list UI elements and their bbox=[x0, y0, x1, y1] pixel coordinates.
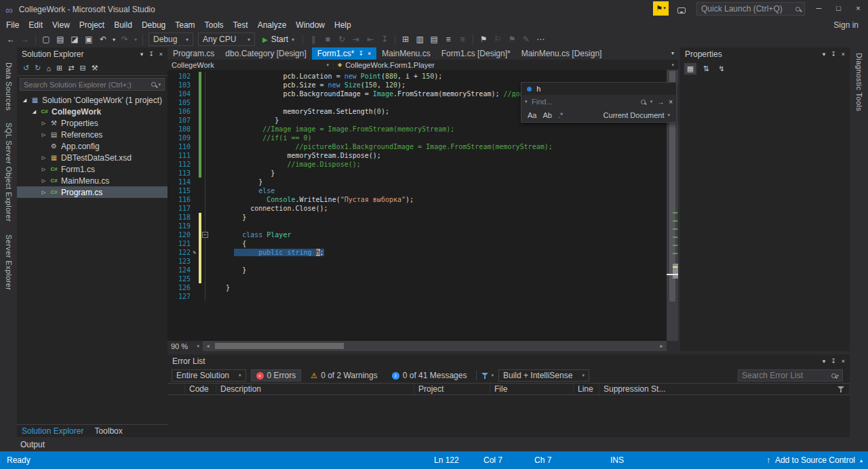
column-header-line[interactable]: Line bbox=[574, 384, 599, 394]
tree-item-collegework[interactable]: ◢C#CollegeWork bbox=[17, 106, 167, 117]
column-header-project[interactable]: Project bbox=[414, 384, 490, 394]
tree-item-dbtestdataset-xsd[interactable]: ▷▦DBTestDataSet.xsd bbox=[17, 152, 167, 163]
project-dropdown[interactable]: CollegeWork ▾ bbox=[167, 60, 334, 70]
restart-icon[interactable]: ↻ bbox=[335, 35, 349, 44]
undo-history-chevron-icon[interactable]: ▾ bbox=[111, 37, 117, 43]
scrollbar-thumb[interactable] bbox=[215, 343, 344, 349]
code-editor[interactable]: 102 pcb.Location = new Point(880, i + 15… bbox=[167, 70, 678, 341]
prev-bookmark-icon[interactable]: ⚐ bbox=[491, 35, 505, 44]
find-in-files-icon[interactable]: ⊞ bbox=[399, 35, 412, 44]
notifications-flag-button[interactable]: ⚑ ▾ bbox=[653, 1, 669, 16]
feedback-button[interactable] bbox=[673, 4, 690, 14]
panel-tab-solution-explorer[interactable]: Solution Explorer bbox=[22, 426, 83, 436]
filter-button[interactable]: ▾ bbox=[481, 372, 494, 380]
collapse-all-icon[interactable]: ⊟ bbox=[80, 64, 86, 73]
panel-tab-toolbox[interactable]: Toolbox bbox=[94, 426, 122, 436]
window-position-chevron-icon[interactable]: ▾ bbox=[823, 358, 826, 365]
minimize-button[interactable]: ─ bbox=[809, 1, 829, 16]
find-next-icon[interactable]: → bbox=[657, 98, 664, 106]
show-all-files-icon[interactable]: ⊞ bbox=[56, 64, 62, 73]
menu-project[interactable]: Project bbox=[75, 20, 109, 30]
editor-tab-mainmenu-cs-design[interactable]: MainMenu.cs [Design] bbox=[516, 47, 608, 60]
close-icon[interactable]: × bbox=[842, 358, 845, 365]
column-header-suppression-st[interactable]: Suppression St... bbox=[599, 384, 850, 394]
uncomment-icon[interactable]: ▤ bbox=[427, 35, 441, 44]
close-find-icon[interactable]: × bbox=[669, 98, 673, 106]
error-scope-dropdown[interactable]: Entire Solution ▾ bbox=[172, 369, 246, 382]
menu-edit[interactable]: Edit bbox=[24, 20, 47, 30]
errors-toggle-button[interactable]: × 0 Errors bbox=[251, 369, 302, 382]
side-tab-data-sources[interactable]: Data Sources bbox=[5, 62, 13, 110]
nav-forward-icon[interactable]: → bbox=[18, 35, 32, 44]
funnel-icon[interactable] bbox=[837, 386, 845, 393]
editor-tab-mainmenu-cs[interactable]: MainMenu.cs bbox=[376, 47, 435, 60]
toggle-bookmark-icon[interactable]: ⚑ bbox=[477, 35, 490, 44]
menu-analyze[interactable]: Analyze bbox=[253, 20, 292, 30]
toolbar-combo-solution-platform[interactable]: Any CPU▾ bbox=[198, 33, 255, 46]
auto-hide-pin-icon[interactable]: ↧ bbox=[831, 51, 836, 58]
expander-icon[interactable]: ▷ bbox=[39, 132, 49, 138]
column-header-description[interactable]: Description bbox=[216, 384, 414, 394]
close-icon[interactable]: × bbox=[842, 51, 845, 58]
column-header-icon[interactable] bbox=[167, 384, 185, 394]
categorized-icon[interactable]: ▦ bbox=[684, 63, 696, 75]
solution-explorer-search-input[interactable]: Search Solution Explorer (Ctrl+;) ▾ bbox=[20, 78, 165, 91]
save-all-icon[interactable]: ▣ bbox=[82, 35, 96, 44]
menu-view[interactable]: View bbox=[47, 20, 75, 30]
menu-team[interactable]: Team bbox=[170, 20, 199, 30]
expander-icon[interactable]: ▷ bbox=[39, 178, 49, 184]
close-icon[interactable]: × bbox=[159, 51, 163, 58]
comment-out-icon[interactable]: ▥ bbox=[413, 35, 427, 44]
pin-icon[interactable]: ↧ bbox=[358, 50, 363, 57]
scroll-right-arrow-icon[interactable]: ▸ bbox=[656, 343, 667, 349]
menu-tools[interactable]: Tools bbox=[200, 20, 229, 30]
window-position-chevron-icon[interactable]: ▾ bbox=[140, 51, 144, 58]
match-case-toggle[interactable]: Aa bbox=[528, 111, 536, 119]
menu-debug[interactable]: Debug bbox=[137, 20, 170, 30]
events-icon[interactable]: ↯ bbox=[715, 63, 728, 75]
expander-icon[interactable]: ▷ bbox=[39, 167, 49, 172]
messages-toggle-button[interactable]: i 0 of 41 Messages bbox=[387, 369, 472, 382]
menu-help[interactable]: Help bbox=[330, 20, 356, 30]
increase-indent-icon[interactable]: ≡ bbox=[441, 35, 455, 44]
home-icon[interactable]: ⌂ bbox=[46, 64, 51, 73]
expander-icon[interactable]: ▷ bbox=[39, 121, 49, 126]
scroll-left-arrow-icon[interactable]: ◂ bbox=[203, 343, 213, 349]
match-whole-word-toggle[interactable]: Ab bbox=[542, 111, 551, 119]
nav-back-icon[interactable]: ← bbox=[4, 35, 18, 44]
editor-horizontal-scrollbar[interactable]: ◂ ▸ bbox=[203, 341, 667, 351]
step-out-icon[interactable]: ⇤ bbox=[363, 35, 377, 44]
toolbar-combo-solution-configuration[interactable]: Debug▾ bbox=[149, 33, 193, 46]
tree-item-form1-cs[interactable]: ▷C#Form1.cs bbox=[17, 163, 167, 175]
expand-replace-chevron-icon[interactable]: ▾ bbox=[525, 99, 532, 104]
maximize-button[interactable]: □ bbox=[829, 1, 848, 16]
error-list-search-input[interactable]: Search Error List ▾ bbox=[738, 369, 843, 382]
expander-icon[interactable]: ◢ bbox=[29, 109, 39, 115]
side-tab-diagnostic-tools[interactable]: Diagnostic Tools bbox=[855, 53, 863, 111]
pending-changes-filter-icon[interactable]: ↻ bbox=[35, 64, 41, 73]
tab-list-chevron-icon[interactable]: ▾ bbox=[667, 47, 678, 60]
compare-icon[interactable]: ⇄ bbox=[68, 64, 74, 73]
collapse-chevron-icon[interactable]: ▴ bbox=[860, 457, 863, 464]
collapse-box-icon[interactable]: − bbox=[202, 232, 208, 238]
redo-history-chevron-icon[interactable]: ▾ bbox=[132, 37, 139, 43]
find-scope-dropdown[interactable]: Current Document ▾ bbox=[604, 111, 670, 119]
editor-tab-form1-cs[interactable]: Form1.cs*↧× bbox=[312, 47, 377, 60]
decrease-indent-icon[interactable]: ≡ bbox=[456, 35, 469, 44]
find-term-row[interactable]: h bbox=[521, 83, 676, 95]
step-into-icon[interactable]: ↧ bbox=[378, 35, 391, 44]
search-icon[interactable] bbox=[641, 100, 646, 104]
new-project-icon[interactable]: ▢ bbox=[39, 35, 53, 44]
step-over-icon[interactable]: ⇥ bbox=[349, 35, 363, 44]
expander-icon[interactable]: ◢ bbox=[20, 98, 30, 103]
open-file-icon[interactable]: ▤ bbox=[54, 35, 67, 44]
editor-tab-program-cs[interactable]: Program.cs bbox=[167, 47, 220, 60]
next-bookmark-icon[interactable]: ⚑ bbox=[505, 35, 519, 44]
expander-icon[interactable]: ▷ bbox=[39, 190, 49, 195]
tree-item-program-cs[interactable]: ▷C#Program.cs bbox=[17, 186, 167, 198]
tree-item-mainmenu-cs[interactable]: ▷C#MainMenu.cs bbox=[17, 175, 167, 186]
editor-tab-form1-cs-design[interactable]: Form1.cs [Design]* bbox=[436, 47, 516, 60]
pause-icon[interactable]: ∥ bbox=[307, 35, 320, 44]
sync-with-active-document-icon[interactable]: ↺ bbox=[23, 64, 29, 73]
undo-icon[interactable]: ↶ bbox=[96, 35, 110, 44]
